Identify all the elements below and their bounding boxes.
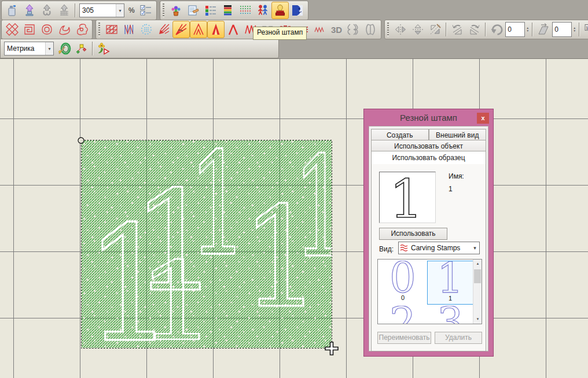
stamp-set-combo[interactable]: Carving Stamps ▾ <box>398 242 480 254</box>
motif-fill-icon[interactable] <box>120 21 138 38</box>
use-stamp-button[interactable]: Использовать штамп <box>379 228 447 240</box>
stitch-dots-icon[interactable] <box>237 2 254 19</box>
ornament-curl-icon[interactable] <box>56 21 73 38</box>
upload-stamp-icon[interactable] <box>21 2 38 19</box>
small-zigzag-icon[interactable] <box>311 21 329 38</box>
tab-content: 1 Имя: 1 Использовать штамп Вид: Carving… <box>371 164 486 351</box>
stamp-preview-glyph: 1 <box>389 172 424 221</box>
tab-use-sample[interactable]: Использовать образец <box>371 151 486 164</box>
separator <box>485 23 486 36</box>
delete-button[interactable]: Удалить <box>435 332 482 344</box>
list-scrollbar[interactable]: ▲ ▼ <box>473 260 482 324</box>
rotate-right-icon[interactable] <box>466 21 483 38</box>
upload-pattern-icon[interactable] <box>56 2 73 19</box>
skew-angle-input[interactable]: 0 <box>552 22 572 37</box>
color-bars-icon[interactable] <box>219 2 237 19</box>
angle-lines-icon[interactable] <box>172 21 190 38</box>
stamp-impression: 1 <box>293 127 348 288</box>
flip-horizontal-icon[interactable] <box>392 21 409 38</box>
peak-filled-icon[interactable] <box>207 21 225 38</box>
flip-diagonal-icon[interactable] <box>427 21 444 38</box>
tab-appearance[interactable]: Внешний вид <box>429 129 487 140</box>
carving-stamp-dialog: Резной штамп x Создать Внешний вид Испол… <box>363 109 494 357</box>
rotate-angle-input[interactable]: 0 <box>505 22 525 37</box>
scroll-up-icon[interactable]: ▲ <box>473 260 482 268</box>
undo-icon[interactable] <box>488 21 505 38</box>
stamp-impression: 1 <box>137 239 216 365</box>
svg-text:10: 10 <box>586 25 588 31</box>
upload-shape-icon[interactable] <box>38 2 56 19</box>
ornament-key-icon[interactable] <box>21 21 38 38</box>
stamp-item-0[interactable]: 00 <box>380 261 426 305</box>
triangle-icon[interactable] <box>225 21 242 38</box>
wand-hoop-icon[interactable] <box>56 40 73 57</box>
stamp-set-icon <box>399 244 409 252</box>
carving-stamp-icon[interactable] <box>271 2 289 19</box>
stamp-item-2[interactable]: 22 <box>380 306 426 324</box>
figures-icon[interactable] <box>254 2 271 19</box>
node-edit-icon[interactable] <box>73 40 90 57</box>
tab-use-object[interactable]: Использовать объект <box>371 140 486 151</box>
flower-play-icon[interactable] <box>95 40 112 57</box>
name-value: 1 <box>449 185 453 193</box>
separator <box>446 23 447 36</box>
stitch-design[interactable]: 1 1 1 1 1 1 <box>78 123 348 377</box>
stamp-item-1[interactable]: 11 <box>427 261 473 305</box>
flip-vertical-icon[interactable] <box>409 21 427 38</box>
skew-icon[interactable] <box>535 21 552 38</box>
rotate-left-icon[interactable] <box>449 21 466 38</box>
ornate-left-icon[interactable] <box>344 21 362 38</box>
units-combo[interactable]: Метрика▾ <box>4 42 54 55</box>
lattice-fill-icon[interactable] <box>103 21 120 38</box>
chevron-down-icon[interactable]: ▾ <box>116 4 124 17</box>
app-window: { "colors": { "toolbar_bg": "#a7a49d", "… <box>0 0 588 378</box>
name-label: Имя: <box>449 172 464 180</box>
spray-can-icon[interactable] <box>3 2 21 19</box>
percent-label: % <box>128 6 135 14</box>
scroll-down-icon[interactable]: ▼ <box>473 315 482 324</box>
drag-grip[interactable] <box>163 3 166 17</box>
rename-button[interactable]: Переименовать <box>377 332 431 344</box>
drag-grip[interactable] <box>387 23 390 36</box>
toolbar-group: 305▾% <box>1 1 157 20</box>
tab-create[interactable]: Создать <box>371 129 429 140</box>
flowerpot-icon[interactable] <box>167 2 185 19</box>
stamp-preview: 1 <box>379 172 436 223</box>
spinner[interactable]: ▲▼ <box>525 23 530 36</box>
peak-outline-icon[interactable] <box>190 21 207 38</box>
design-canvas[interactable]: 1 1 1 1 1 1 <box>0 58 588 378</box>
stamp-list[interactable]: 33221100 ▲ ▼ <box>377 259 482 324</box>
color-list-icon[interactable] <box>202 2 219 19</box>
face-icon[interactable] <box>289 2 306 19</box>
close-icon[interactable]: x <box>477 113 489 124</box>
units-combo-value: Метрика <box>5 45 45 53</box>
tooltip: Резной штамп <box>253 27 307 40</box>
toolbar-group: 3D <box>95 20 381 39</box>
ornament-swirl-icon[interactable] <box>73 21 90 38</box>
ornate-right-icon[interactable] <box>362 21 379 38</box>
label-3d: 3D <box>331 25 342 35</box>
toolbar-row-1: 305▾% <box>1 1 311 20</box>
toolbar-row-3: Метрика▾ <box>0 39 282 58</box>
chevron-down-icon[interactable]: ▾ <box>45 42 53 55</box>
stamp-item-3[interactable]: 33 <box>427 306 473 324</box>
dot-fill-icon[interactable] <box>138 21 155 38</box>
selection-handle[interactable] <box>78 138 84 143</box>
stamp-set-value: Carving Stamps <box>409 244 471 252</box>
separator <box>579 23 580 36</box>
separator <box>92 42 93 55</box>
zoom-combo[interactable]: 305▾ <box>79 3 124 17</box>
stamp-item-label: 0 <box>380 294 426 301</box>
zoom-combo-value: 305 <box>80 6 116 14</box>
ornament-lattice-icon[interactable] <box>3 21 21 38</box>
radial-lines-icon[interactable] <box>155 21 172 38</box>
drag-grip[interactable] <box>98 23 101 36</box>
dialog-body: Создать Внешний вид Использовать объект … <box>369 126 488 351</box>
view-options-icon[interactable] <box>137 2 155 19</box>
spinner[interactable]: ▲▼ <box>572 23 577 36</box>
scrollbar-thumb[interactable] <box>474 269 481 283</box>
edit-document-icon[interactable] <box>185 2 202 19</box>
ornament-rings-icon[interactable] <box>38 21 56 38</box>
chevron-down-icon: ▾ <box>471 245 479 251</box>
rotate-step-icon[interactable]: 10 <box>582 21 588 38</box>
